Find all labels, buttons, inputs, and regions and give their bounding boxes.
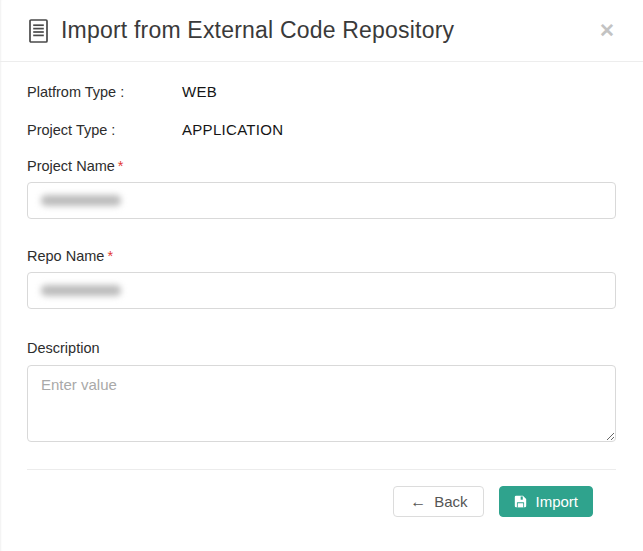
description-textarea[interactable]: [27, 365, 616, 442]
modal-body: Platfrom Type : WEB Project Type : APPLI…: [0, 83, 643, 517]
modal-footer: ← Back Import: [27, 469, 616, 517]
repo-name-label: Repo Name*: [27, 248, 616, 264]
redacted-value: [41, 195, 121, 206]
description-label: Description: [27, 340, 616, 356]
project-type-label: Project Type :: [27, 122, 182, 138]
import-repository-modal: Import from External Code Repository ✕ P…: [0, 0, 643, 551]
modal-title: Import from External Code Repository: [61, 17, 454, 44]
platform-type-row: Platfrom Type : WEB: [27, 83, 616, 100]
back-arrow-icon: ←: [410, 493, 426, 511]
save-icon: [514, 495, 527, 508]
back-button-label: Back: [434, 493, 467, 510]
platform-type-value: WEB: [182, 83, 217, 100]
project-type-row: Project Type : APPLICATION: [27, 121, 616, 138]
import-button[interactable]: Import: [499, 486, 593, 517]
required-asterisk: *: [118, 158, 124, 174]
project-name-input[interactable]: [27, 182, 616, 219]
project-name-label: Project Name*: [27, 158, 616, 174]
document-icon: [29, 19, 48, 43]
close-icon[interactable]: ✕: [595, 19, 619, 42]
platform-type-label: Platfrom Type :: [27, 84, 182, 100]
modal-header: Import from External Code Repository ✕: [0, 0, 643, 62]
back-button[interactable]: ← Back: [393, 486, 484, 517]
redacted-value: [41, 285, 121, 296]
import-button-label: Import: [535, 493, 578, 510]
project-type-value: APPLICATION: [182, 121, 283, 138]
repo-name-input[interactable]: [27, 272, 616, 309]
required-asterisk: *: [107, 248, 113, 264]
